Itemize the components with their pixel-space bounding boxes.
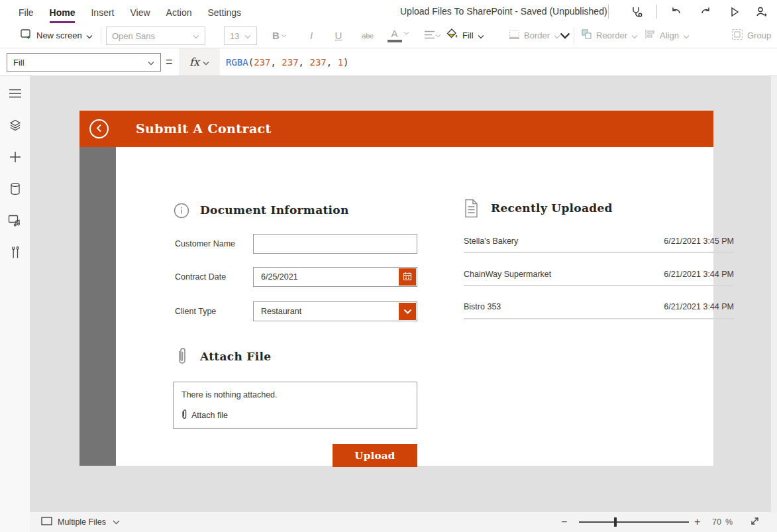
font-size-select[interactable]: 13 <box>224 27 257 45</box>
recent-item-name: Stella's Bakery <box>464 237 518 246</box>
upload-button[interactable]: Upload <box>333 444 417 467</box>
fx-dropdown[interactable]: fx <box>179 48 220 76</box>
chevron-down-icon <box>86 30 93 42</box>
chevron-down-icon <box>193 31 199 41</box>
attach-file-link[interactable]: Attach file <box>181 409 409 421</box>
side-strip[interactable] <box>79 147 116 466</box>
strikethrough-label: abc <box>362 32 374 40</box>
fx-label: fx <box>189 56 199 68</box>
advanced-tools-button[interactable] <box>5 244 25 263</box>
chevron-down-bold-icon <box>560 30 570 41</box>
screen-selector[interactable]: Multiple Files <box>41 512 120 532</box>
italic-button[interactable]: I <box>305 23 318 48</box>
font-color-button[interactable]: A <box>386 23 410 48</box>
new-screen-label: New screen <box>36 30 82 40</box>
app-header-bar[interactable]: Submit A Contract <box>79 111 713 147</box>
list-item[interactable]: ChainWay Supermarket 6/21/2021 3:44 PM <box>464 270 734 279</box>
menu-settings[interactable]: Settings <box>208 0 242 23</box>
media-button[interactable] <box>5 212 25 231</box>
border-label: Border <box>524 30 550 40</box>
share-button[interactable] <box>751 2 771 22</box>
new-screen-icon <box>20 28 32 43</box>
zoom-out-button[interactable]: − <box>561 512 567 532</box>
formula-input[interactable]: RGBA(237, 237, 237, 1) <box>226 48 349 76</box>
client-type-label: Client Type <box>175 307 216 316</box>
document-icon <box>464 199 479 221</box>
menu-home[interactable]: Home <box>50 0 76 23</box>
powerapps-studio-window: File Home Insert View Action Settings Up… <box>0 0 777 532</box>
redo-icon <box>699 5 712 19</box>
fill-button[interactable]: Fill <box>446 23 484 48</box>
formula-number: 237 <box>309 57 326 68</box>
recent-item-name: ChainWay Supermarket <box>464 270 551 279</box>
percent-sign: % <box>725 517 733 527</box>
recent-item-time: 6/21/2021 3:45 PM <box>664 237 734 246</box>
menu-file[interactable]: File <box>19 0 34 23</box>
client-type-dropdown[interactable]: Restaurant <box>253 301 417 321</box>
insert-button[interactable] <box>5 148 25 168</box>
group-button[interactable]: Group <box>731 23 771 48</box>
zoom-in-button[interactable]: + <box>694 512 700 532</box>
formula-function: RGBA <box>226 57 248 68</box>
reorder-button[interactable]: Reorder <box>581 23 638 48</box>
scrollbar-track[interactable] <box>771 76 777 512</box>
property-select[interactable]: Fill <box>7 53 161 72</box>
undo-button[interactable] <box>666 2 686 22</box>
equals-sign: = <box>166 48 173 76</box>
preview-play-button[interactable] <box>725 2 745 22</box>
info-icon <box>174 203 189 221</box>
strikethrough-button[interactable]: abc <box>358 23 378 48</box>
calendar-icon <box>403 272 412 283</box>
status-rail-spacer <box>0 512 30 532</box>
chevron-down-icon <box>244 31 251 41</box>
font-family-select[interactable]: Open Sans <box>106 27 205 45</box>
expand-icon <box>749 515 760 529</box>
formula-separator: , <box>299 57 310 68</box>
fit-to-window-button[interactable] <box>749 512 760 532</box>
font-color-icon: A <box>388 28 402 42</box>
toolbar-divider <box>101 27 101 44</box>
undo-icon <box>670 5 683 19</box>
menu-action[interactable]: Action <box>166 0 192 23</box>
more-formatting-button[interactable] <box>556 23 574 48</box>
reorder-icon <box>581 28 592 42</box>
chevron-down-icon <box>631 30 638 42</box>
list-item[interactable]: Stella's Bakery 6/21/2021 3:45 PM <box>464 237 734 246</box>
list-divider <box>464 252 734 253</box>
align-button[interactable]: Align <box>645 23 690 48</box>
left-tool-rail <box>0 76 30 532</box>
fill-label: Fill <box>462 30 474 40</box>
list-item[interactable]: Bistro 353 6/21/2021 3:44 PM <box>464 302 734 311</box>
border-icon <box>509 29 520 42</box>
zoom-slider-track[interactable] <box>579 521 689 523</box>
plus-icon <box>9 151 21 166</box>
topbar-divider <box>656 5 657 19</box>
text-align-button[interactable] <box>420 23 445 48</box>
border-button[interactable]: Border <box>509 23 560 48</box>
menu-view[interactable]: View <box>130 0 150 23</box>
chevron-down-icon <box>478 30 484 42</box>
menu-insert[interactable]: Insert <box>91 0 114 23</box>
app-checker-button[interactable] <box>627 2 647 22</box>
underline-button[interactable]: U <box>331 23 346 48</box>
app-canvas: Submit A Contract Document Information C… <box>79 111 713 466</box>
zoom-slider-thumb[interactable] <box>614 517 617 527</box>
new-screen-button[interactable]: New screen <box>20 23 93 48</box>
hamburger-menu-button[interactable] <box>5 85 25 104</box>
align-icon <box>645 29 656 42</box>
zoom-level: 70 % <box>712 512 733 532</box>
bold-label: B <box>272 30 280 41</box>
screen-title[interactable]: Submit A Contract <box>136 111 272 147</box>
data-sources-button[interactable] <box>5 180 25 199</box>
attachment-empty-text: There is nothing attached. <box>181 390 409 399</box>
redo-button[interactable] <box>696 2 715 22</box>
screen-icon <box>41 517 52 527</box>
bold-button[interactable]: B <box>268 23 291 48</box>
customer-name-input[interactable] <box>253 234 417 254</box>
reorder-label: Reorder <box>596 30 627 40</box>
dropdown-expand-button[interactable] <box>399 303 416 320</box>
back-button[interactable] <box>89 119 109 138</box>
tree-view-button[interactable] <box>5 117 25 136</box>
contract-date-input[interactable]: 6/25/2021 <box>253 267 417 287</box>
date-picker-button[interactable] <box>399 268 416 286</box>
